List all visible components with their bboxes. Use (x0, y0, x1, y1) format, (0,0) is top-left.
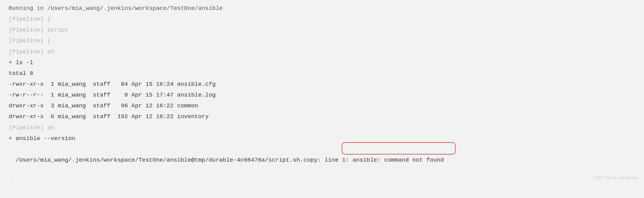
log-line-cutoff: [Pipeline] } (9, 176, 635, 179)
pipeline-prefix: [Pipeline] (9, 48, 44, 55)
log-line: Running in /Users/mia_wang/.jenkins/work… (9, 3, 635, 14)
log-line: -rw-r--r-- 1 mia_wang staff 0 Apr 15 17:… (9, 90, 635, 101)
error-message-text: : ansible: command not found (346, 157, 444, 163)
log-line: [Pipeline] { (9, 35, 635, 46)
log-text: sh (44, 48, 54, 55)
log-line: [Pipeline] script (9, 25, 635, 35)
pipeline-prefix: [Pipeline] (9, 16, 44, 23)
pipeline-prefix: [Pipeline] (9, 178, 44, 179)
log-line: + ansible --version (9, 133, 635, 144)
pipeline-prefix: [Pipeline] (9, 27, 44, 33)
log-line: -rwxr-xr-x 1 mia_wang staff 84 Apr 15 16… (9, 79, 635, 90)
log-line: [Pipeline] sh (9, 47, 635, 57)
log-line: [Pipeline] { (9, 14, 635, 25)
error-path-text: /Users/mia_wang/.jenkins/workspace/TestO… (16, 157, 346, 163)
error-highlight-box (342, 142, 456, 155)
pipeline-prefix: [Pipeline] (9, 124, 44, 131)
log-line: total 8 (9, 68, 635, 79)
watermark: CSDN @one_wangtester (594, 174, 638, 181)
log-line: drwxr-xr-x 6 mia_wang staff 192 Apr 12 1… (9, 111, 635, 122)
log-text: sh (44, 124, 54, 131)
log-line: [Pipeline] sh (9, 122, 635, 133)
error-log-line: /Users/mia_wang/.jenkins/workspace/TestO… (9, 144, 635, 176)
log-text: { (44, 37, 51, 44)
log-text: { (44, 16, 51, 23)
log-line: + ls -l (9, 57, 635, 68)
log-text: } (44, 178, 51, 179)
pipeline-prefix: [Pipeline] (9, 37, 44, 44)
log-text: script (44, 27, 68, 33)
log-line: drwxr-xr-x 3 mia_wang staff 96 Apr 12 16… (9, 101, 635, 111)
